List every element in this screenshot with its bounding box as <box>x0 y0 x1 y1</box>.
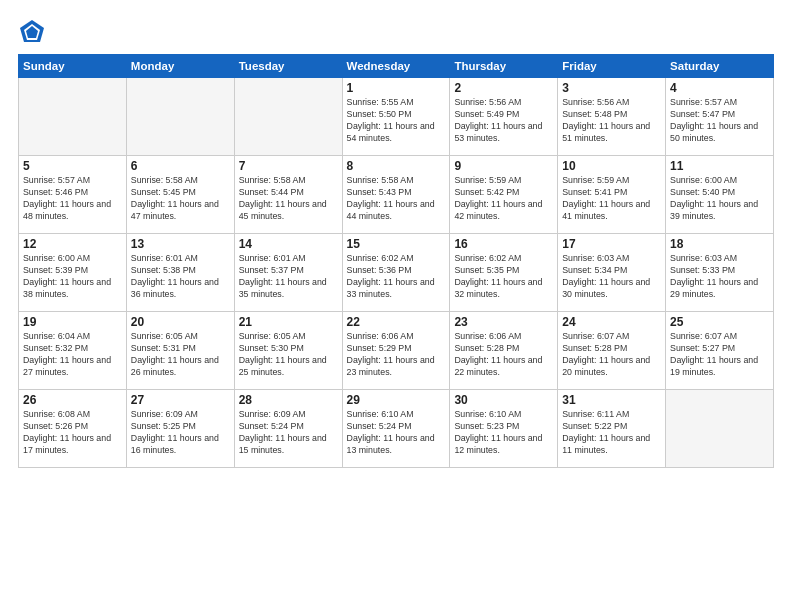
week-row-2: 5Sunrise: 5:57 AM Sunset: 5:46 PM Daylig… <box>19 156 774 234</box>
calendar-cell: 15Sunrise: 6:02 AM Sunset: 5:36 PM Dayli… <box>342 234 450 312</box>
cell-info: Sunrise: 6:00 AM Sunset: 5:39 PM Dayligh… <box>23 253 122 301</box>
cell-info: Sunrise: 5:57 AM Sunset: 5:47 PM Dayligh… <box>670 97 769 145</box>
calendar-cell: 17Sunrise: 6:03 AM Sunset: 5:34 PM Dayli… <box>558 234 666 312</box>
cell-info: Sunrise: 6:11 AM Sunset: 5:22 PM Dayligh… <box>562 409 661 457</box>
day-number: 29 <box>347 393 446 407</box>
calendar-cell: 26Sunrise: 6:08 AM Sunset: 5:26 PM Dayli… <box>19 390 127 468</box>
cell-info: Sunrise: 5:58 AM Sunset: 5:43 PM Dayligh… <box>347 175 446 223</box>
cell-info: Sunrise: 6:09 AM Sunset: 5:25 PM Dayligh… <box>131 409 230 457</box>
weekday-header-row: SundayMondayTuesdayWednesdayThursdayFrid… <box>19 55 774 78</box>
day-number: 25 <box>670 315 769 329</box>
calendar-cell: 31Sunrise: 6:11 AM Sunset: 5:22 PM Dayli… <box>558 390 666 468</box>
cell-info: Sunrise: 6:07 AM Sunset: 5:28 PM Dayligh… <box>562 331 661 379</box>
calendar-cell: 11Sunrise: 6:00 AM Sunset: 5:40 PM Dayli… <box>666 156 774 234</box>
calendar-cell: 1Sunrise: 5:55 AM Sunset: 5:50 PM Daylig… <box>342 78 450 156</box>
day-number: 10 <box>562 159 661 173</box>
day-number: 7 <box>239 159 338 173</box>
calendar-cell: 22Sunrise: 6:06 AM Sunset: 5:29 PM Dayli… <box>342 312 450 390</box>
calendar-cell: 25Sunrise: 6:07 AM Sunset: 5:27 PM Dayli… <box>666 312 774 390</box>
calendar-cell: 28Sunrise: 6:09 AM Sunset: 5:24 PM Dayli… <box>234 390 342 468</box>
weekday-header-thursday: Thursday <box>450 55 558 78</box>
calendar-cell <box>19 78 127 156</box>
cell-info: Sunrise: 6:04 AM Sunset: 5:32 PM Dayligh… <box>23 331 122 379</box>
day-number: 22 <box>347 315 446 329</box>
cell-info: Sunrise: 6:06 AM Sunset: 5:29 PM Dayligh… <box>347 331 446 379</box>
day-number: 26 <box>23 393 122 407</box>
cell-info: Sunrise: 5:57 AM Sunset: 5:46 PM Dayligh… <box>23 175 122 223</box>
calendar-cell: 21Sunrise: 6:05 AM Sunset: 5:30 PM Dayli… <box>234 312 342 390</box>
calendar-cell: 18Sunrise: 6:03 AM Sunset: 5:33 PM Dayli… <box>666 234 774 312</box>
weekday-header-sunday: Sunday <box>19 55 127 78</box>
calendar-cell: 12Sunrise: 6:00 AM Sunset: 5:39 PM Dayli… <box>19 234 127 312</box>
cell-info: Sunrise: 6:10 AM Sunset: 5:24 PM Dayligh… <box>347 409 446 457</box>
calendar-cell: 19Sunrise: 6:04 AM Sunset: 5:32 PM Dayli… <box>19 312 127 390</box>
page: SundayMondayTuesdayWednesdayThursdayFrid… <box>0 0 792 612</box>
cell-info: Sunrise: 6:03 AM Sunset: 5:34 PM Dayligh… <box>562 253 661 301</box>
day-number: 18 <box>670 237 769 251</box>
weekday-header-saturday: Saturday <box>666 55 774 78</box>
cell-info: Sunrise: 6:00 AM Sunset: 5:40 PM Dayligh… <box>670 175 769 223</box>
calendar-cell <box>234 78 342 156</box>
cell-info: Sunrise: 6:01 AM Sunset: 5:37 PM Dayligh… <box>239 253 338 301</box>
calendar-cell <box>666 390 774 468</box>
cell-info: Sunrise: 6:10 AM Sunset: 5:23 PM Dayligh… <box>454 409 553 457</box>
cell-info: Sunrise: 6:07 AM Sunset: 5:27 PM Dayligh… <box>670 331 769 379</box>
cell-info: Sunrise: 6:01 AM Sunset: 5:38 PM Dayligh… <box>131 253 230 301</box>
weekday-header-wednesday: Wednesday <box>342 55 450 78</box>
week-row-1: 1Sunrise: 5:55 AM Sunset: 5:50 PM Daylig… <box>19 78 774 156</box>
cell-info: Sunrise: 6:03 AM Sunset: 5:33 PM Dayligh… <box>670 253 769 301</box>
day-number: 15 <box>347 237 446 251</box>
week-row-5: 26Sunrise: 6:08 AM Sunset: 5:26 PM Dayli… <box>19 390 774 468</box>
calendar-cell: 20Sunrise: 6:05 AM Sunset: 5:31 PM Dayli… <box>126 312 234 390</box>
day-number: 9 <box>454 159 553 173</box>
weekday-header-tuesday: Tuesday <box>234 55 342 78</box>
day-number: 19 <box>23 315 122 329</box>
calendar-cell: 14Sunrise: 6:01 AM Sunset: 5:37 PM Dayli… <box>234 234 342 312</box>
cell-info: Sunrise: 6:09 AM Sunset: 5:24 PM Dayligh… <box>239 409 338 457</box>
day-number: 3 <box>562 81 661 95</box>
day-number: 5 <box>23 159 122 173</box>
day-number: 21 <box>239 315 338 329</box>
header <box>18 18 774 46</box>
calendar-cell: 24Sunrise: 6:07 AM Sunset: 5:28 PM Dayli… <box>558 312 666 390</box>
calendar-cell: 10Sunrise: 5:59 AM Sunset: 5:41 PM Dayli… <box>558 156 666 234</box>
cell-info: Sunrise: 5:58 AM Sunset: 5:45 PM Dayligh… <box>131 175 230 223</box>
cell-info: Sunrise: 5:56 AM Sunset: 5:48 PM Dayligh… <box>562 97 661 145</box>
weekday-header-monday: Monday <box>126 55 234 78</box>
cell-info: Sunrise: 5:58 AM Sunset: 5:44 PM Dayligh… <box>239 175 338 223</box>
day-number: 14 <box>239 237 338 251</box>
calendar-cell: 23Sunrise: 6:06 AM Sunset: 5:28 PM Dayli… <box>450 312 558 390</box>
cell-info: Sunrise: 6:06 AM Sunset: 5:28 PM Dayligh… <box>454 331 553 379</box>
day-number: 13 <box>131 237 230 251</box>
day-number: 16 <box>454 237 553 251</box>
day-number: 12 <box>23 237 122 251</box>
cell-info: Sunrise: 6:08 AM Sunset: 5:26 PM Dayligh… <box>23 409 122 457</box>
day-number: 24 <box>562 315 661 329</box>
day-number: 30 <box>454 393 553 407</box>
cell-info: Sunrise: 6:02 AM Sunset: 5:36 PM Dayligh… <box>347 253 446 301</box>
logo-icon <box>18 18 46 46</box>
day-number: 8 <box>347 159 446 173</box>
weekday-header-friday: Friday <box>558 55 666 78</box>
calendar-cell: 2Sunrise: 5:56 AM Sunset: 5:49 PM Daylig… <box>450 78 558 156</box>
day-number: 31 <box>562 393 661 407</box>
day-number: 17 <box>562 237 661 251</box>
cell-info: Sunrise: 5:59 AM Sunset: 5:42 PM Dayligh… <box>454 175 553 223</box>
calendar-cell <box>126 78 234 156</box>
week-row-4: 19Sunrise: 6:04 AM Sunset: 5:32 PM Dayli… <box>19 312 774 390</box>
day-number: 1 <box>347 81 446 95</box>
calendar-cell: 6Sunrise: 5:58 AM Sunset: 5:45 PM Daylig… <box>126 156 234 234</box>
calendar-cell: 13Sunrise: 6:01 AM Sunset: 5:38 PM Dayli… <box>126 234 234 312</box>
calendar-cell: 29Sunrise: 6:10 AM Sunset: 5:24 PM Dayli… <box>342 390 450 468</box>
day-number: 4 <box>670 81 769 95</box>
calendar-cell: 4Sunrise: 5:57 AM Sunset: 5:47 PM Daylig… <box>666 78 774 156</box>
calendar: SundayMondayTuesdayWednesdayThursdayFrid… <box>18 54 774 468</box>
calendar-cell: 5Sunrise: 5:57 AM Sunset: 5:46 PM Daylig… <box>19 156 127 234</box>
calendar-cell: 9Sunrise: 5:59 AM Sunset: 5:42 PM Daylig… <box>450 156 558 234</box>
calendar-cell: 7Sunrise: 5:58 AM Sunset: 5:44 PM Daylig… <box>234 156 342 234</box>
cell-info: Sunrise: 6:05 AM Sunset: 5:30 PM Dayligh… <box>239 331 338 379</box>
calendar-cell: 8Sunrise: 5:58 AM Sunset: 5:43 PM Daylig… <box>342 156 450 234</box>
week-row-3: 12Sunrise: 6:00 AM Sunset: 5:39 PM Dayli… <box>19 234 774 312</box>
day-number: 2 <box>454 81 553 95</box>
cell-info: Sunrise: 6:02 AM Sunset: 5:35 PM Dayligh… <box>454 253 553 301</box>
